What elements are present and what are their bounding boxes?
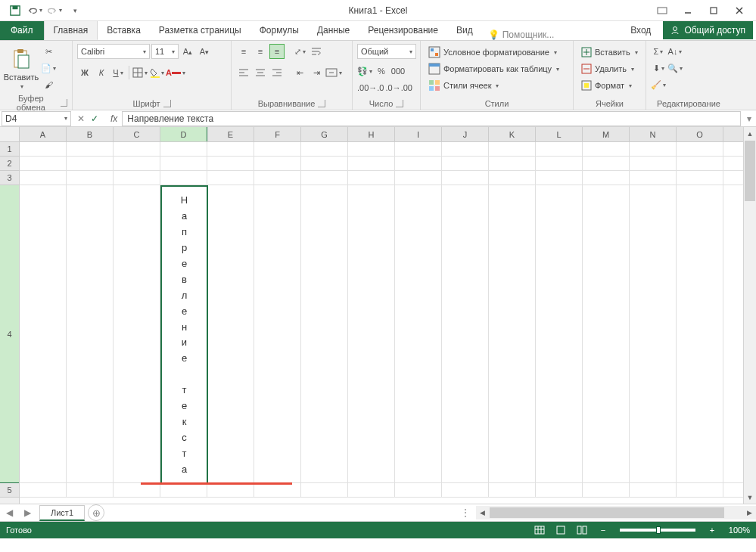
enter-formula-icon[interactable]: ✓ [91, 113, 98, 124]
clipboard-launcher-icon[interactable] [61, 99, 67, 107]
dec-indent-icon[interactable]: ⇤ [292, 65, 307, 80]
cell[interactable] [114, 483, 160, 497]
cell[interactable] [442, 483, 489, 497]
cell[interactable] [114, 185, 160, 482]
maximize-icon[interactable] [702, 2, 726, 20]
font-color-icon[interactable]: A▾ [166, 65, 185, 80]
normal-view-icon[interactable] [530, 523, 549, 537]
cell[interactable] [67, 142, 114, 156]
right-align-icon[interactable] [269, 65, 285, 80]
left-align-icon[interactable] [236, 65, 251, 80]
font-launcher-icon[interactable] [163, 100, 171, 107]
vertical-scrollbar[interactable]: ▲ ▼ [743, 127, 756, 504]
cut-icon[interactable]: ✂ [41, 44, 56, 59]
column-header[interactable]: M [583, 127, 630, 141]
dec-decimal-icon[interactable]: .0→.00 [385, 80, 412, 95]
cell[interactable] [677, 171, 723, 185]
cell-styles-button[interactable]: Стили ячеек▾ [425, 77, 568, 94]
font-name-select[interactable]: Calibri▾ [77, 44, 150, 59]
cell[interactable] [20, 483, 67, 497]
zoom-in-icon[interactable]: + [703, 523, 721, 537]
cell[interactable] [207, 483, 254, 497]
cell[interactable] [20, 157, 67, 170]
expand-formula-icon[interactable]: ▾ [742, 113, 756, 124]
tab-data[interactable]: Данные [308, 20, 359, 40]
find-select-icon[interactable]: 🔍▾ [667, 60, 683, 76]
scroll-down-icon[interactable]: ▼ [744, 491, 756, 504]
cell[interactable] [630, 171, 677, 185]
pagebreak-view-icon[interactable] [573, 523, 591, 537]
paste-button[interactable]: Вставить▾ [5, 44, 38, 92]
cell[interactable] [395, 171, 442, 185]
cell[interactable] [160, 483, 207, 497]
cell[interactable] [536, 171, 583, 185]
cell[interactable] [114, 171, 160, 185]
cell[interactable] [395, 157, 442, 170]
cell[interactable] [583, 171, 630, 185]
cell[interactable] [489, 171, 536, 185]
zoom-out-icon[interactable]: − [594, 523, 612, 537]
ribbon-display-icon[interactable] [650, 2, 674, 20]
row-header[interactable]: 2 [0, 157, 19, 171]
column-header[interactable]: K [489, 127, 536, 141]
font-size-select[interactable]: 11▾ [151, 44, 179, 59]
cell[interactable] [536, 483, 583, 497]
cell[interactable] [207, 142, 254, 156]
cell[interactable] [67, 483, 114, 497]
cell[interactable] [583, 142, 630, 156]
cell[interactable] [489, 157, 536, 170]
column-header[interactable]: H [348, 127, 395, 141]
cell[interactable] [489, 483, 536, 497]
cell[interactable] [114, 157, 160, 170]
cell[interactable] [489, 185, 536, 482]
cell[interactable] [348, 185, 395, 482]
number-format-select[interactable]: Общий▾ [357, 44, 416, 59]
add-sheet-icon[interactable]: ⊕ [88, 504, 104, 521]
column-header[interactable]: O [677, 127, 723, 141]
tab-file[interactable]: Файл [0, 20, 44, 40]
currency-icon[interactable]: 💱▾ [357, 64, 372, 79]
row-header[interactable]: 5 [0, 483, 19, 498]
column-header[interactable]: C [114, 127, 160, 141]
cell[interactable] [348, 483, 395, 497]
column-header[interactable]: G [301, 127, 348, 141]
column-header[interactable]: J [442, 127, 489, 141]
cell[interactable] [301, 185, 348, 482]
cell[interactable] [207, 185, 254, 482]
prev-sheet-icon[interactable]: ◀ [0, 504, 18, 521]
tab-insert[interactable]: Вставка [98, 20, 150, 40]
insert-cells-button[interactable]: Вставить▾ [578, 44, 641, 60]
underline-button[interactable]: Ч▾ [110, 65, 126, 80]
cell[interactable] [20, 142, 67, 156]
fx-icon[interactable]: fx [107, 113, 120, 124]
column-header[interactable]: L [536, 127, 583, 141]
shrink-font-icon[interactable]: A▾ [197, 44, 212, 59]
column-header[interactable]: N [630, 127, 677, 141]
tellme-search[interactable]: 💡 Помощник... [482, 29, 561, 40]
cell[interactable] [207, 157, 254, 170]
cell[interactable] [207, 171, 254, 185]
cell[interactable] [301, 142, 348, 156]
pagelayout-view-icon[interactable] [552, 523, 570, 537]
cell[interactable] [677, 185, 723, 482]
minimize-icon[interactable] [676, 2, 700, 20]
scroll-thumb[interactable] [745, 141, 755, 201]
cell[interactable] [536, 142, 583, 156]
cell[interactable] [67, 171, 114, 185]
delete-cells-button[interactable]: Удалить▾ [578, 60, 641, 77]
cell[interactable] [395, 483, 442, 497]
cell[interactable] [583, 157, 630, 170]
column-header[interactable]: I [395, 127, 442, 141]
orientation-icon[interactable]: ⤢▾ [292, 44, 307, 59]
fill-series-icon[interactable]: ⬇▾ [651, 60, 666, 76]
sheet-tab[interactable]: Лист1 [39, 505, 85, 521]
fill-color-icon[interactable]: ▾ [149, 65, 164, 80]
bold-button[interactable]: Ж [77, 65, 92, 80]
cell[interactable] [114, 142, 160, 156]
cell[interactable] [583, 185, 630, 482]
cell[interactable] [677, 483, 723, 497]
comma-icon[interactable]: 000 [390, 64, 406, 79]
cell[interactable] [442, 157, 489, 170]
row-header[interactable]: 1 [0, 142, 19, 157]
wrap-text-icon[interactable] [309, 44, 324, 59]
